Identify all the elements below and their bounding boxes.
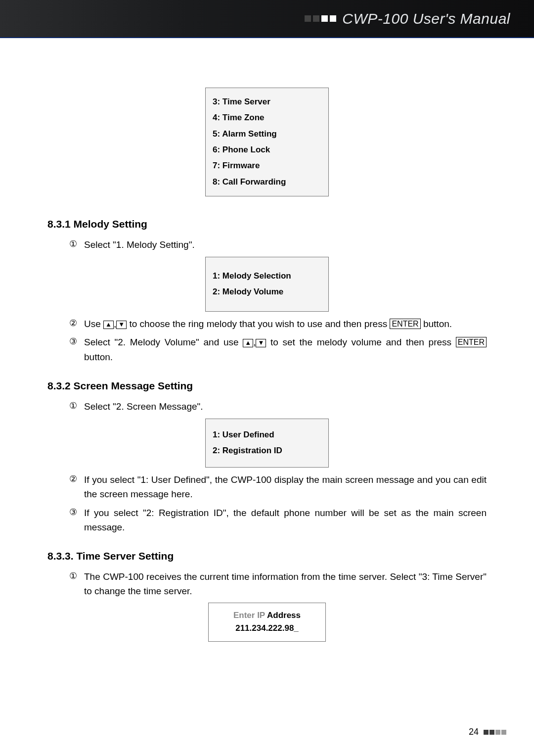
step: ① Select "1. Melody Setting". <box>47 237 487 252</box>
ip-value: 211.234.222.98_ <box>209 622 325 635</box>
screen-submenu-box: 1: User Defined 2: Registration ID <box>205 419 329 468</box>
text: Select "2. Melody Volume" and use <box>84 337 243 347</box>
logo-blocks <box>305 15 336 22</box>
header-banner: CWP-100 User's Manual <box>0 0 534 38</box>
ip-entry-box: Enter IP Address 211.234.222.98_ <box>208 603 326 642</box>
text: button. <box>423 319 452 329</box>
ip-box-title: Enter IP Address <box>209 609 325 622</box>
footer-blocks-icon <box>484 730 506 735</box>
text: Enter IP <box>233 611 267 620</box>
menu-item: 5: Alarm Setting <box>213 126 321 142</box>
submenu-item: 2: Melody Volume <box>213 284 321 300</box>
submenu-item: 1: User Defined <box>213 427 321 443</box>
section-heading-831: 8.3.1 Melody Setting <box>47 216 487 233</box>
content: 3: Time Server 4: Time Zone 5: Alarm Set… <box>0 38 534 642</box>
step: ① Select "2. Screen Message". <box>47 399 487 414</box>
step-number: ③ <box>69 506 77 520</box>
page-number: 24 <box>469 727 479 737</box>
text: Use <box>84 319 103 329</box>
step: ③ Select "2. Melody Volume" and use ▲,▼ … <box>47 335 487 364</box>
steps-831b: ② Use ▲,▼ to choose the ring melody that… <box>47 317 487 364</box>
step-number: ① <box>69 237 77 251</box>
menu-item: 6: Phone Lock <box>213 142 321 158</box>
step-number: ② <box>69 472 77 486</box>
menu-item: 3: Time Server <box>213 94 321 110</box>
down-key-icon: ▼ <box>116 321 127 329</box>
menu-item: 7: Firmware <box>213 158 321 174</box>
submenu-item: 1: Melody Selection <box>213 268 321 284</box>
step-text: Select "2. Screen Message". <box>84 399 487 414</box>
step: ② Use ▲,▼ to choose the ring melody that… <box>47 317 487 331</box>
step-text: If you select "2: Registration ID", the … <box>84 506 487 535</box>
steps-831: ① Select "1. Melody Setting". <box>47 237 487 252</box>
step-text: The CWP-100 receives the current time in… <box>84 569 487 599</box>
step-text: If you select "1: User Defined", the CWP… <box>84 472 487 502</box>
enter-key-label: ENTER <box>390 319 420 329</box>
page: CWP-100 User's Manual 3: Time Server 4: … <box>0 0 534 756</box>
step-number: ① <box>69 569 77 583</box>
step: ② If you select "1: User Defined", the C… <box>47 472 487 502</box>
up-key-icon: ▲ <box>103 321 114 329</box>
page-footer: 24 <box>469 727 506 737</box>
text: to set the melody volume and then press <box>270 337 456 347</box>
up-key-icon: ▲ <box>243 339 253 347</box>
text: Address <box>267 611 301 620</box>
enter-key-label: ENTER <box>456 337 487 347</box>
settings-menu-box: 3: Time Server 4: Time Zone 5: Alarm Set… <box>205 88 329 196</box>
steps-832b: ② If you select "1: User Defined", the C… <box>47 472 487 535</box>
step-number: ③ <box>69 335 77 349</box>
steps-833: ① The CWP-100 receives the current time … <box>47 569 487 599</box>
melody-submenu-box: 1: Melody Selection 2: Melody Volume <box>205 257 329 312</box>
step-number: ① <box>69 399 77 413</box>
section-heading-832: 8.3.2 Screen Message Setting <box>47 378 487 394</box>
banner-title: CWP-100 User's Manual <box>342 10 510 27</box>
step-number: ② <box>69 317 77 331</box>
step-text: Select "2. Melody Volume" and use ▲,▼ to… <box>84 335 487 364</box>
step: ③ If you select "2: Registration ID", th… <box>47 506 487 535</box>
section-heading-833: 8.3.3. Time Server Setting <box>47 548 487 565</box>
down-key-icon: ▼ <box>256 339 266 347</box>
step-text: Use ▲,▼ to choose the ring melody that y… <box>84 317 487 331</box>
text: button. <box>84 352 113 362</box>
submenu-item: 2: Registration ID <box>213 443 321 459</box>
menu-item: 8: Call Forwarding <box>213 174 321 190</box>
step: ① The CWP-100 receives the current time … <box>47 569 487 599</box>
menu-item: 4: Time Zone <box>213 110 321 126</box>
step-text: Select "1. Melody Setting". <box>84 237 487 252</box>
text: to choose the ring melody that you wish … <box>129 319 390 329</box>
steps-832: ① Select "2. Screen Message". <box>47 399 487 414</box>
